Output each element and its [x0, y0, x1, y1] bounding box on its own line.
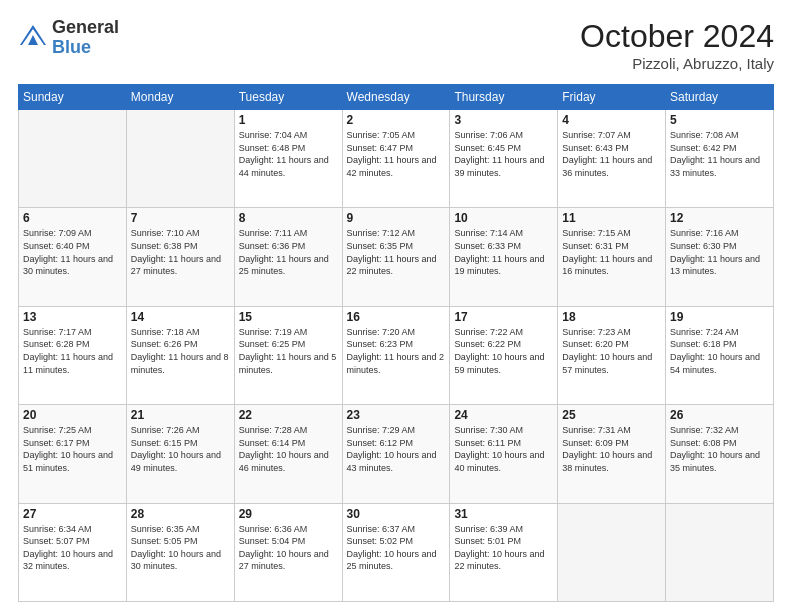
table-row: 14Sunrise: 7:18 AM Sunset: 6:26 PM Dayli… [126, 306, 234, 404]
table-row: 17Sunrise: 7:22 AM Sunset: 6:22 PM Dayli… [450, 306, 558, 404]
day-number: 18 [562, 310, 661, 324]
col-wednesday: Wednesday [342, 85, 450, 110]
table-row: 13Sunrise: 7:17 AM Sunset: 6:28 PM Dayli… [19, 306, 127, 404]
table-row: 10Sunrise: 7:14 AM Sunset: 6:33 PM Dayli… [450, 208, 558, 306]
table-row: 29Sunrise: 6:36 AM Sunset: 5:04 PM Dayli… [234, 503, 342, 601]
calendar-week-row: 27Sunrise: 6:34 AM Sunset: 5:07 PM Dayli… [19, 503, 774, 601]
table-row: 20Sunrise: 7:25 AM Sunset: 6:17 PM Dayli… [19, 405, 127, 503]
day-number: 1 [239, 113, 338, 127]
day-info: Sunrise: 7:17 AM Sunset: 6:28 PM Dayligh… [23, 326, 122, 376]
day-number: 6 [23, 211, 122, 225]
col-tuesday: Tuesday [234, 85, 342, 110]
table-row [666, 503, 774, 601]
table-row: 3Sunrise: 7:06 AM Sunset: 6:45 PM Daylig… [450, 110, 558, 208]
table-row: 30Sunrise: 6:37 AM Sunset: 5:02 PM Dayli… [342, 503, 450, 601]
day-number: 23 [347, 408, 446, 422]
day-number: 30 [347, 507, 446, 521]
day-info: Sunrise: 6:34 AM Sunset: 5:07 PM Dayligh… [23, 523, 122, 573]
logo-icon [18, 23, 48, 53]
day-number: 4 [562, 113, 661, 127]
col-sunday: Sunday [19, 85, 127, 110]
calendar-title: October 2024 [580, 18, 774, 55]
day-info: Sunrise: 7:10 AM Sunset: 6:38 PM Dayligh… [131, 227, 230, 277]
day-number: 14 [131, 310, 230, 324]
day-number: 26 [670, 408, 769, 422]
table-row: 22Sunrise: 7:28 AM Sunset: 6:14 PM Dayli… [234, 405, 342, 503]
day-info: Sunrise: 7:31 AM Sunset: 6:09 PM Dayligh… [562, 424, 661, 474]
table-row: 12Sunrise: 7:16 AM Sunset: 6:30 PM Dayli… [666, 208, 774, 306]
calendar-week-row: 1Sunrise: 7:04 AM Sunset: 6:48 PM Daylig… [19, 110, 774, 208]
table-row [126, 110, 234, 208]
table-row: 9Sunrise: 7:12 AM Sunset: 6:35 PM Daylig… [342, 208, 450, 306]
logo-text: General Blue [52, 18, 119, 58]
day-info: Sunrise: 7:08 AM Sunset: 6:42 PM Dayligh… [670, 129, 769, 179]
header: General Blue October 2024 Pizzoli, Abruz… [18, 18, 774, 72]
day-info: Sunrise: 7:16 AM Sunset: 6:30 PM Dayligh… [670, 227, 769, 277]
day-number: 8 [239, 211, 338, 225]
day-number: 3 [454, 113, 553, 127]
table-row: 27Sunrise: 6:34 AM Sunset: 5:07 PM Dayli… [19, 503, 127, 601]
table-row: 15Sunrise: 7:19 AM Sunset: 6:25 PM Dayli… [234, 306, 342, 404]
day-info: Sunrise: 6:39 AM Sunset: 5:01 PM Dayligh… [454, 523, 553, 573]
day-number: 19 [670, 310, 769, 324]
table-row: 4Sunrise: 7:07 AM Sunset: 6:43 PM Daylig… [558, 110, 666, 208]
table-row: 26Sunrise: 7:32 AM Sunset: 6:08 PM Dayli… [666, 405, 774, 503]
day-number: 20 [23, 408, 122, 422]
table-row: 7Sunrise: 7:10 AM Sunset: 6:38 PM Daylig… [126, 208, 234, 306]
day-info: Sunrise: 7:30 AM Sunset: 6:11 PM Dayligh… [454, 424, 553, 474]
day-number: 25 [562, 408, 661, 422]
table-row: 2Sunrise: 7:05 AM Sunset: 6:47 PM Daylig… [342, 110, 450, 208]
day-number: 28 [131, 507, 230, 521]
page: General Blue October 2024 Pizzoli, Abruz… [0, 0, 792, 612]
table-row: 1Sunrise: 7:04 AM Sunset: 6:48 PM Daylig… [234, 110, 342, 208]
day-number: 2 [347, 113, 446, 127]
day-info: Sunrise: 7:04 AM Sunset: 6:48 PM Dayligh… [239, 129, 338, 179]
day-number: 11 [562, 211, 661, 225]
day-info: Sunrise: 7:05 AM Sunset: 6:47 PM Dayligh… [347, 129, 446, 179]
day-number: 5 [670, 113, 769, 127]
day-number: 29 [239, 507, 338, 521]
day-info: Sunrise: 7:12 AM Sunset: 6:35 PM Dayligh… [347, 227, 446, 277]
title-block: October 2024 Pizzoli, Abruzzo, Italy [580, 18, 774, 72]
table-row: 11Sunrise: 7:15 AM Sunset: 6:31 PM Dayli… [558, 208, 666, 306]
day-number: 15 [239, 310, 338, 324]
day-info: Sunrise: 7:32 AM Sunset: 6:08 PM Dayligh… [670, 424, 769, 474]
day-info: Sunrise: 7:06 AM Sunset: 6:45 PM Dayligh… [454, 129, 553, 179]
calendar-week-row: 13Sunrise: 7:17 AM Sunset: 6:28 PM Dayli… [19, 306, 774, 404]
day-info: Sunrise: 7:07 AM Sunset: 6:43 PM Dayligh… [562, 129, 661, 179]
day-info: Sunrise: 7:26 AM Sunset: 6:15 PM Dayligh… [131, 424, 230, 474]
table-row: 21Sunrise: 7:26 AM Sunset: 6:15 PM Dayli… [126, 405, 234, 503]
day-info: Sunrise: 7:23 AM Sunset: 6:20 PM Dayligh… [562, 326, 661, 376]
col-thursday: Thursday [450, 85, 558, 110]
day-info: Sunrise: 7:11 AM Sunset: 6:36 PM Dayligh… [239, 227, 338, 277]
table-row: 18Sunrise: 7:23 AM Sunset: 6:20 PM Dayli… [558, 306, 666, 404]
table-row [558, 503, 666, 601]
table-row: 31Sunrise: 6:39 AM Sunset: 5:01 PM Dayli… [450, 503, 558, 601]
day-number: 13 [23, 310, 122, 324]
calendar-table: Sunday Monday Tuesday Wednesday Thursday… [18, 84, 774, 602]
day-number: 24 [454, 408, 553, 422]
day-number: 16 [347, 310, 446, 324]
day-number: 7 [131, 211, 230, 225]
table-row: 5Sunrise: 7:08 AM Sunset: 6:42 PM Daylig… [666, 110, 774, 208]
col-saturday: Saturday [666, 85, 774, 110]
day-number: 17 [454, 310, 553, 324]
day-info: Sunrise: 7:22 AM Sunset: 6:22 PM Dayligh… [454, 326, 553, 376]
day-number: 12 [670, 211, 769, 225]
table-row: 8Sunrise: 7:11 AM Sunset: 6:36 PM Daylig… [234, 208, 342, 306]
calendar-header-row: Sunday Monday Tuesday Wednesday Thursday… [19, 85, 774, 110]
day-info: Sunrise: 7:09 AM Sunset: 6:40 PM Dayligh… [23, 227, 122, 277]
calendar-week-row: 6Sunrise: 7:09 AM Sunset: 6:40 PM Daylig… [19, 208, 774, 306]
col-friday: Friday [558, 85, 666, 110]
logo-general: General [52, 18, 119, 38]
col-monday: Monday [126, 85, 234, 110]
day-info: Sunrise: 7:29 AM Sunset: 6:12 PM Dayligh… [347, 424, 446, 474]
day-info: Sunrise: 7:19 AM Sunset: 6:25 PM Dayligh… [239, 326, 338, 376]
table-row: 16Sunrise: 7:20 AM Sunset: 6:23 PM Dayli… [342, 306, 450, 404]
day-number: 31 [454, 507, 553, 521]
day-info: Sunrise: 7:25 AM Sunset: 6:17 PM Dayligh… [23, 424, 122, 474]
day-info: Sunrise: 7:20 AM Sunset: 6:23 PM Dayligh… [347, 326, 446, 376]
day-number: 27 [23, 507, 122, 521]
day-info: Sunrise: 7:28 AM Sunset: 6:14 PM Dayligh… [239, 424, 338, 474]
day-number: 9 [347, 211, 446, 225]
